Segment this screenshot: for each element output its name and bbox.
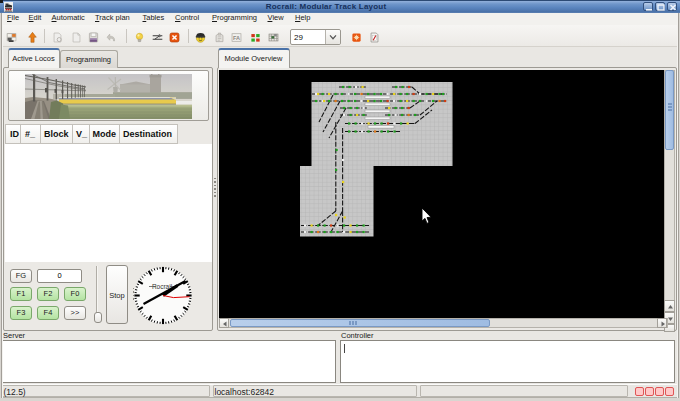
svg-text:Rocrail: Rocrail [152, 283, 173, 290]
svg-text:FA: FA [233, 35, 240, 41]
